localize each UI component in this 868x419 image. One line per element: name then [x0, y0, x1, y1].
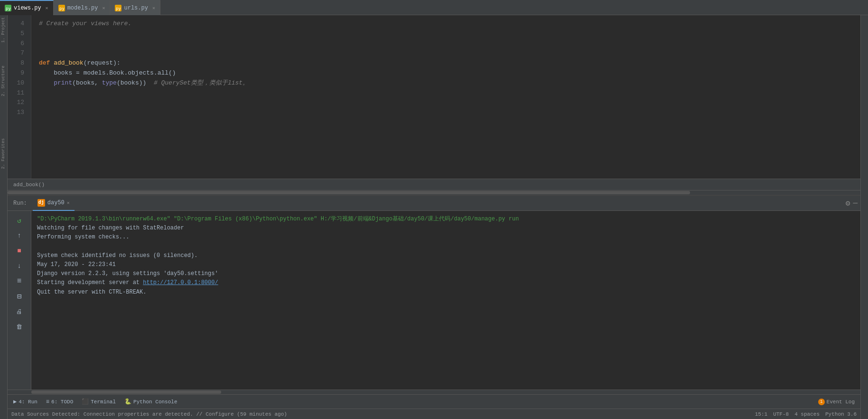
breadcrumb: add_book() — [8, 179, 860, 190]
run-panel-pin[interactable]: — — [853, 199, 858, 208]
editor-scrollbar-thumb[interactable] — [8, 191, 690, 194]
bottom-toolbar: ▶ 4: Run ≡ 6: TODO ⬛ Terminal 🐍 Python C… — [8, 394, 860, 409]
urls-py-icon: py — [115, 5, 121, 11]
status-indent: 4 spaces — [794, 411, 820, 417]
event-log-badge: 1 — [818, 399, 825, 405]
output-line-7: Quit the server with CTRL-BREAK. — [37, 288, 855, 297]
event-log-label: Event Log — [827, 399, 855, 405]
terminal-icon: ⬛ — [82, 398, 89, 405]
terminal-label: Terminal — [91, 399, 116, 405]
soft-wrap-button[interactable]: ≡ — [13, 275, 26, 288]
run-label: Run: — [8, 200, 33, 207]
output-line-3: System check identified no issues (0 sil… — [37, 251, 855, 260]
line-num-7: 7 — [8, 48, 27, 58]
run-scrollbar-thumb[interactable] — [31, 390, 221, 394]
run-panel-body: ↺ ↑ ■ ↓ ≡ ⊟ 🖨 🗑 "D:\PyCharm 2019.1.3\bin… — [8, 211, 860, 390]
python-console-label: Python Console — [133, 399, 177, 405]
output-line-6: Starting development server at http://12… — [37, 278, 855, 287]
run-tab-day50[interactable]: dj day50 ✕ — [33, 196, 75, 211]
run-tab-name: day50 — [47, 200, 65, 206]
python-console-icon: 🐍 — [124, 398, 131, 405]
tab-models-py-label: models.py — [67, 5, 98, 11]
line-num-8: 8 — [8, 58, 27, 68]
svg-text:py: py — [59, 6, 65, 11]
run-bottom-label: 4: Run — [19, 399, 37, 405]
favorites-label: 2. Favorites — [0, 136, 7, 171]
code-editor: 4 5 6 7 8 9 10 11 12 13 # Create your vi… — [8, 15, 860, 179]
tab-urls-py[interactable]: py urls.py ✕ — [110, 0, 160, 15]
line-num-9: 9 — [8, 68, 27, 78]
todo-icon: ≡ — [46, 399, 49, 405]
code-content[interactable]: # Create your views here. def add_book(r… — [31, 15, 860, 179]
server-link[interactable]: http://127.0.0.1:8000/ — [143, 279, 218, 286]
editor-scrollbar[interactable] — [8, 190, 860, 195]
status-python-version: Python 3.6 — [825, 411, 857, 417]
output-line-1: Watching for file changes with StatReloa… — [37, 224, 855, 233]
tab-models-py[interactable]: py models.py ✕ — [54, 0, 111, 15]
run-play-icon: ▶ — [13, 398, 17, 405]
tab-urls-py-label: urls.py — [124, 5, 148, 11]
main-content: 1. Project 2. Structure 2. Favorites 4 5… — [0, 15, 868, 419]
python-console-btn[interactable]: 🐍 Python Console — [121, 396, 181, 408]
output-line-2: Performing system checks... — [37, 233, 855, 242]
line-num-10: 10 — [8, 78, 27, 88]
run-toolbar: ↺ ↑ ■ ↓ ≡ ⊟ 🖨 🗑 — [8, 211, 31, 390]
right-sidebar — [860, 15, 868, 419]
line-num-12: 12 — [8, 98, 27, 108]
output-line-5: Django version 2.2.3, using settings 'da… — [37, 269, 855, 278]
breadcrumb-text: add_book() — [13, 182, 45, 188]
output-line-4: May 17, 2020 - 22:23:41 — [37, 260, 855, 269]
line-num-4: 4 — [8, 19, 27, 29]
event-log-btn[interactable]: 1 Event Log — [814, 396, 859, 408]
run-tab-close[interactable]: ✕ — [67, 200, 70, 206]
status-left: Data Sources Detected: Connection proper… — [11, 411, 287, 417]
settings-icon[interactable]: ⚙ — [846, 199, 850, 208]
models-py-icon: py — [58, 5, 65, 11]
run-panel-header: Run: dj day50 ✕ ⚙ — — [8, 196, 860, 211]
status-bar: Data Sources Detected: Connection proper… — [8, 409, 860, 419]
filter-button[interactable]: ⊟ — [13, 290, 26, 303]
scroll-down-button[interactable]: ↓ — [13, 259, 26, 273]
output-line-blank — [37, 242, 855, 251]
django-icon: dj — [37, 199, 45, 207]
left-sidebar: 1. Project 2. Structure 2. Favorites — [0, 15, 8, 419]
output-line-cmd: "D:\PyCharm 2019.1.3\bin\runnerw64.exe" … — [37, 215, 855, 224]
structure-label: 2. Structure — [0, 64, 7, 98]
tab-urls-py-close[interactable]: ✕ — [152, 5, 155, 11]
terminal-btn[interactable]: ⬛ Terminal — [78, 396, 120, 408]
tab-models-py-close[interactable]: ✕ — [102, 5, 105, 11]
rerun-button[interactable]: ↺ — [13, 214, 26, 227]
tab-bar: py views.py ✕ py models.py ✕ py urls.py … — [0, 0, 868, 15]
line-numbers: 4 5 6 7 8 9 10 11 12 13 — [8, 15, 31, 179]
status-encoding: UTF-8 — [773, 411, 789, 417]
svg-text:py: py — [116, 6, 121, 11]
status-message: Data Sources Detected: Connection proper… — [11, 411, 287, 417]
tab-views-py[interactable]: py views.py ✕ — [0, 0, 54, 15]
run-output[interactable]: "D:\PyCharm 2019.1.3\bin\runnerw64.exe" … — [31, 211, 860, 390]
run-bottom-btn[interactable]: ▶ 4: Run — [9, 396, 41, 408]
status-right: 15:1 UTF-8 4 spaces Python 3.6 — [755, 411, 857, 417]
line-num-11: 11 — [8, 88, 27, 98]
tab-views-py-label: views.py — [14, 5, 41, 11]
line-num-5: 5 — [8, 29, 27, 39]
tab-views-py-close[interactable]: ✕ — [46, 5, 48, 11]
delete-button[interactable]: 🗑 — [13, 320, 26, 333]
project-label: 1. Project — [0, 15, 7, 45]
run-scrollbar[interactable] — [8, 390, 860, 394]
todo-label: 6: TODO — [51, 399, 73, 405]
run-panel: Run: dj day50 ✕ ⚙ — ↺ ↑ ■ ↓ ≡ ⊟ — [8, 195, 860, 394]
line-num-6: 6 — [8, 39, 27, 49]
print-button[interactable]: 🖨 — [13, 305, 26, 318]
line-num-13: 13 — [8, 108, 27, 118]
editor-container: 4 5 6 7 8 9 10 11 12 13 # Create your vi… — [8, 15, 860, 419]
stop-button[interactable]: ■ — [13, 244, 26, 257]
todo-btn[interactable]: ≡ 6: TODO — [42, 396, 77, 408]
views-py-icon: py — [5, 5, 11, 11]
status-position: 15:1 — [755, 411, 767, 417]
scroll-up-button[interactable]: ↑ — [13, 229, 26, 242]
svg-text:py: py — [6, 6, 11, 11]
